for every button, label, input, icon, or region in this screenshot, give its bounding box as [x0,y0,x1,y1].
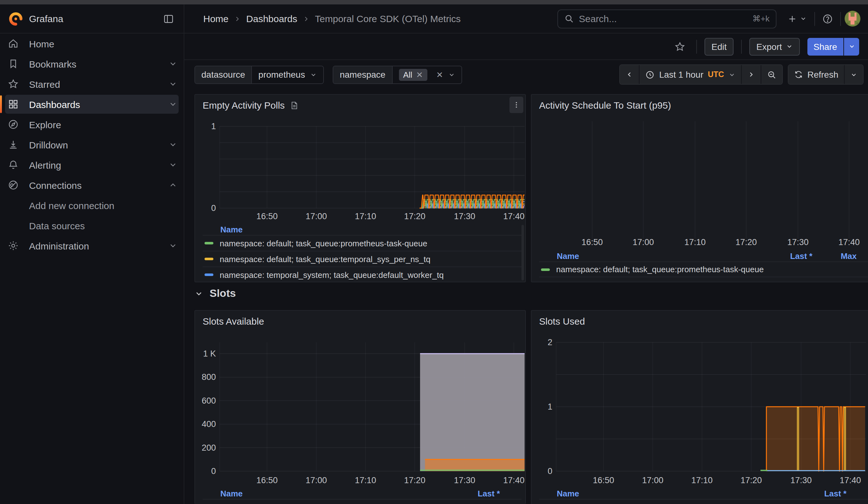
svg-text:17:10: 17:10 [355,212,376,221]
legend-header-last[interactable]: Last * [796,488,847,498]
svg-text:17:20: 17:20 [404,212,425,221]
legend-header-name[interactable]: Name [203,488,450,498]
search-shortcut: ⌘+k [753,14,769,23]
star-dashboard-icon[interactable] [671,38,689,55]
panel-title[interactable]: Slots Available [203,316,264,327]
namespace-label: namespace [333,66,392,83]
time-controls: Last 1 hour UTC [619,64,864,85]
search-placeholder: Search... [579,13,747,24]
namespace-select[interactable]: All ✕ ✕ [392,66,462,83]
panel-slots-available: Slots Available 16:5017:0017:1017:2017:3… [194,310,526,504]
datasource-label: datasource [195,66,251,83]
sidebar-item-starred[interactable]: Starred [0,74,184,94]
breadcrumb-dashboards[interactable]: Dashboards [246,13,297,24]
sidebar-item-bookmarks[interactable]: Bookmarks [0,54,184,74]
refresh-interval-dropdown[interactable] [845,65,863,84]
namespace-chip[interactable]: All ✕ [399,69,427,81]
row-slots-toggle[interactable]: Slots [194,287,236,300]
legend-row[interactable]: namespace: default; task_queue:prometheu… [539,499,868,504]
divider [840,12,841,25]
chevron-down-icon[interactable] [168,59,177,68]
legend-header-name[interactable]: Name [539,488,796,498]
chevron-down-icon[interactable] [168,140,177,149]
search-input[interactable]: Search... ⌘+k [557,9,776,28]
sidebar-item-label: Dashboards [29,99,168,110]
chevron-down-icon [194,289,203,298]
sidebar-item-administration[interactable]: Administration [0,236,184,256]
grafana-logo[interactable] [9,12,23,25]
panel-title[interactable]: Slots Used [539,316,585,327]
chevron-right-icon [234,15,241,22]
chevron-down-icon[interactable] [168,100,177,109]
legend-header-name[interactable]: Name [203,225,521,234]
series-color-pill [205,242,213,245]
sidebar-item-drilldown[interactable]: Drilldown [0,134,184,155]
breadcrumb-home[interactable]: Home [203,13,228,24]
panel-title[interactable]: Empty Activity Polls [203,100,285,111]
window-top-strip [0,0,868,4]
share-button[interactable]: Share [807,38,844,55]
legend-row[interactable]: namespace: temporal_system; task_queue:d… [203,267,521,282]
legend-header-last[interactable]: Last * [450,488,500,498]
chevron-down-icon [850,71,857,78]
datasource-select[interactable]: prometheus [251,66,323,83]
sidebar-item-connections[interactable]: Connections [0,175,184,195]
chevron-right-icon [302,15,310,22]
magnifier-minus-icon [767,70,776,79]
sidebar-item-data-sources[interactable]: Data sources [0,215,184,236]
close-icon[interactable]: ✕ [416,70,423,79]
grafana-app: Grafana Home Dashboards Temporal Core SD [0,0,868,504]
export-label: Export [756,41,782,51]
legend-header-last[interactable]: Last * [756,251,813,260]
time-shift-back-button[interactable] [620,65,640,84]
share-dropdown-button[interactable] [844,38,859,55]
legend-row[interactable]: namespace: default; task_queue:prometheu… [539,261,868,277]
add-new-button[interactable] [783,10,810,28]
legend-row[interactable]: namespace: default; task_queue:prometheu… [203,235,521,251]
clear-all-icon[interactable]: ✕ [436,70,443,79]
chevron-down-icon[interactable] [168,161,177,169]
help-icon[interactable] [819,10,836,28]
edit-button[interactable]: Edit [704,38,734,55]
svg-text:17:10: 17:10 [355,475,376,485]
timeseries-chart[interactable]: 16:5017:0017:1017:2017:3017:40210 [531,311,868,504]
time-range-picker[interactable]: Last 1 hour UTC [640,65,742,84]
panel-title[interactable]: Activity Schedule To Start (p95) [539,100,671,111]
refresh-label: Refresh [807,70,838,80]
svg-text:400: 400 [202,419,216,429]
sidebar-item-alerting[interactable]: Alerting [0,155,184,175]
chevron-down-icon[interactable] [168,80,177,89]
panel-description-icon[interactable] [290,101,299,110]
panel-menu-button[interactable] [509,96,523,113]
legend-row[interactable]: namespace: default; task_queue:prometheu… [203,499,521,504]
chevron-down-icon [786,43,793,50]
svg-text:17:30: 17:30 [454,212,475,221]
chevron-up-icon[interactable] [168,181,177,189]
sidebar-item-add-new-connection[interactable]: Add new connection [0,195,184,215]
apps-icon [8,99,19,110]
refresh-icon [794,70,803,79]
export-button[interactable]: Export [749,38,799,55]
sidebar-item-explore[interactable]: Explore [0,114,184,134]
series-color-pill [541,268,550,271]
sidebar-item-home[interactable]: Home [0,33,184,54]
svg-text:17:40: 17:40 [503,475,525,485]
sidebar-item-dashboards[interactable]: Dashboards [0,94,184,114]
legend-header-name[interactable]: Name [539,251,756,260]
svg-text:200: 200 [202,443,216,453]
panel-empty-activity-polls: Empty Activity Polls 16:5017:0017:1017:2… [194,94,526,282]
zoom-out-button[interactable] [761,65,782,84]
time-range-label: Last 1 hour [659,70,703,80]
svg-text:0: 0 [211,203,216,213]
chevron-down-icon[interactable] [168,241,177,250]
legend-scrollbar[interactable] [521,225,524,280]
user-avatar[interactable] [845,11,860,27]
timeseries-chart[interactable]: 16:5017:0017:1017:2017:3017:401 K8006004… [195,311,526,504]
sidebar-toggle-icon[interactable] [160,10,177,28]
refresh-button[interactable]: Refresh [788,65,845,84]
legend-header-max[interactable]: Max [813,251,857,260]
svg-text:17:20: 17:20 [404,475,425,485]
legend-row[interactable]: namespace: default; task_queue:temporal_… [203,251,521,267]
time-shift-forward-button[interactable] [742,65,761,84]
svg-text:17:40: 17:40 [503,212,525,221]
